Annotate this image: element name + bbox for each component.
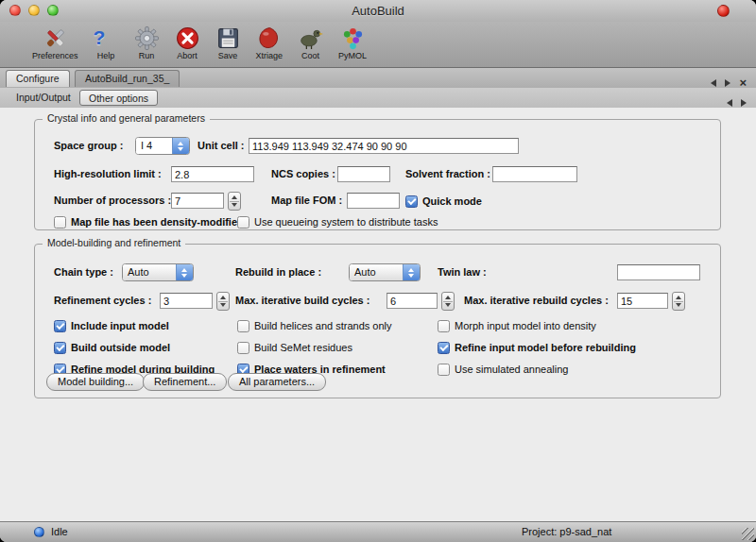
chain-type-label: Chain type : [54,263,113,281]
morph-model-checkbox[interactable] [438,320,450,332]
queueing-checkbox[interactable] [237,216,249,229]
quick-mode-label: Quick mode [422,195,482,207]
red-crystal-icon [256,25,282,51]
save-button[interactable]: Save [210,25,247,61]
gear-icon [134,25,160,51]
queueing-checkbox-row: Use queueing system to distribute tasks [237,214,438,229]
refine-input-model-checkbox[interactable] [438,342,450,354]
floppy-disk-icon [215,25,241,51]
status-text: Idle [51,526,68,537]
build-cycles-input[interactable] [387,293,438,309]
refinement-cycles-stepper[interactable] [216,292,230,311]
build-cycles-label: Max. iterative build cycles : [235,292,369,310]
xtriage-button[interactable]: Xtriage [250,25,289,61]
chevron-updown-icon [172,138,189,154]
rebuild-in-place-label: Rebuild in place : [235,263,321,281]
chevron-updown-icon [403,264,420,280]
titlebar: AutoBuild [0,0,756,22]
checkbox-label: Use simulated annealing [455,364,568,375]
toolbar-label: Save [218,51,238,60]
build-outside-model-checkbox[interactable] [54,342,66,354]
abort-button[interactable]: Abort [169,25,206,61]
toolbar-label: Abort [177,51,198,60]
toolbar-label: Preferences [32,51,78,60]
high-res-input[interactable] [171,166,254,182]
status-bar: Idle Project: p9-sad_nat [0,521,756,542]
map-fom-input[interactable] [347,193,400,209]
titlebar-red-ball-icon [717,5,730,17]
refinement-button[interactable]: Refinement... [143,373,227,391]
toolbar-label: Xtriage [256,51,284,60]
build-cycles-stepper[interactable] [441,292,455,311]
ncs-copies-input[interactable] [337,166,390,182]
tab-autobuild-run[interactable]: AutoBuild_run_35_ [75,70,180,87]
nproc-stepper[interactable] [228,192,241,211]
sub-tab-bar: Input/Output Other options [0,88,756,109]
density-modified-checkbox[interactable] [54,216,66,229]
resize-grip[interactable] [742,528,754,540]
refinement-cycles-input[interactable] [160,293,213,309]
solvent-fraction-input[interactable] [492,166,577,182]
help-button[interactable]: ? Help [88,25,125,61]
bird-icon [298,25,323,51]
chain-type-value: Auto [123,264,176,280]
space-group-label: Space group : [54,137,123,155]
tab-label: AutoBuild_run_35_ [85,73,169,84]
model-group-title: Model-building and refinement [43,237,185,248]
subtab-input-output[interactable]: Input/Output [8,90,79,106]
chevron-right-icon [725,79,730,87]
toolbar-label: Run [139,51,155,60]
molecule-icon [340,25,366,51]
model-building-group: Model-building and refinement Chain type… [34,244,721,398]
chevron-updown-icon [176,264,193,280]
checkbox-row: Morph input model into density [438,318,596,333]
tab-close-button[interactable]: × [739,78,747,87]
quick-mode-checkbox[interactable] [405,195,418,208]
pymol-button[interactable]: PyMOL [333,25,372,61]
quick-mode-checkbox-row: Quick mode [405,194,482,209]
checkbox-row: Use simulated annealing [438,362,568,377]
rebuild-cycles-stepper[interactable] [672,292,685,311]
main-tab-bar: Configure AutoBuild_run_35_ × [0,68,756,89]
preferences-button[interactable]: Preferences [26,25,84,61]
toolbar: Preferences ? Help [0,22,756,68]
include-input-model-checkbox[interactable] [54,320,66,332]
ncs-copies-label: NCS copies : [271,165,335,183]
space-group-value: I 4 [136,138,172,154]
checkbox-row: Build helices and strands only [237,318,392,333]
space-group-select[interactable]: I 4 [135,137,190,155]
build-semet-checkbox[interactable] [237,342,249,354]
map-fom-label: Map file FOM : [271,192,342,210]
crystal-group-title: Crystal info and general parameters [43,112,210,124]
subtab-other-options[interactable]: Other options [79,90,158,106]
checkbox-label: Include input model [71,320,169,331]
checkbox-row: Include input model [54,318,169,333]
toolbar-label: Coot [301,51,319,60]
coot-button[interactable]: Coot [292,25,329,61]
tab-configure[interactable]: Configure [6,70,70,87]
chain-type-select[interactable]: Auto [122,263,194,281]
window-title: AutoBuild [0,4,756,18]
model-building-button[interactable]: Model building... [46,373,145,391]
rebuild-in-place-select[interactable]: Auto [349,263,421,281]
run-button[interactable]: Run [129,25,165,61]
queueing-label: Use queueing system to distribute tasks [254,216,438,228]
subtab-label: Other options [89,93,148,104]
all-parameters-button[interactable]: All parameters... [228,373,326,391]
twin-law-input[interactable] [617,264,700,280]
tools-icon [43,25,68,51]
nproc-input[interactable] [171,193,224,209]
chevron-right-icon [741,99,747,107]
twin-law-label: Twin law : [438,263,487,281]
unit-cell-input[interactable] [249,138,519,154]
checkbox-label: Morph input model into density [455,320,596,331]
rebuild-cycles-input[interactable] [617,293,668,309]
build-helices-checkbox[interactable] [237,320,249,332]
toolbar-label: PyMOL [338,51,367,60]
chevron-left-icon [727,99,732,107]
unit-cell-label: Unit cell : [198,137,245,155]
simulated-annealing-checkbox[interactable] [438,364,450,376]
app-window: AutoBuild Preferences ? [0,0,756,542]
density-modified-checkbox-row: Map file has been density-modified [54,214,244,229]
status-indicator-icon [34,527,44,537]
